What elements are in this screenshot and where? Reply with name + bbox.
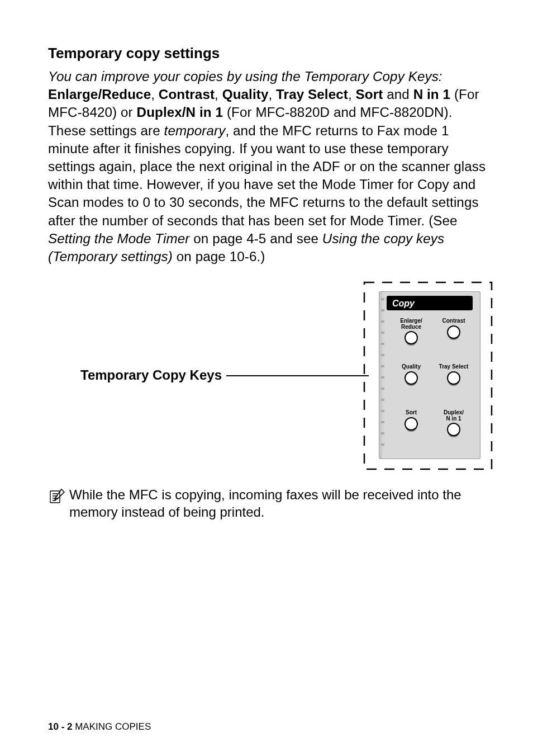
panel-title: Copy [387, 296, 473, 310]
key-label: Tray Select [439, 364, 469, 370]
key-cell-tray-select: Tray Select [439, 362, 469, 385]
text-and: and [383, 87, 413, 102]
key-button [404, 331, 418, 344]
note-text: While the MFC is copying, incoming faxes… [69, 486, 493, 521]
key-button [404, 417, 418, 431]
xref-mode-timer: Setting the Mode Timer [48, 231, 189, 246]
key-cell-contrast: Contrast [442, 316, 465, 339]
comma: , [151, 87, 159, 102]
section-heading: Temporary copy settings [48, 45, 493, 62]
diagram-label: Temporary Copy Keys [80, 367, 222, 383]
key-label: Enlarge/ Reduce [400, 318, 422, 330]
page-number: 10 - 2 [48, 721, 72, 732]
copy-panel-wrap: Copy Enlarge/ Reduce Contrast Quality [363, 281, 493, 470]
key-n-in-1: N in 1 [413, 87, 450, 102]
comma: , [215, 87, 222, 102]
key-grid: Enlarge/ Reduce Contrast Quality Tray Se… [390, 316, 475, 453]
note-icon [48, 487, 66, 505]
temporary-italic: temporary [164, 123, 226, 138]
note: While the MFC is copying, incoming faxes… [48, 486, 493, 521]
key-cell-enlarge-reduce: Enlarge/ Reduce [400, 316, 422, 344]
key-button [447, 325, 460, 339]
key-label: Duplex/ N in 1 [444, 410, 464, 422]
text-page2: on page 10-6.) [173, 249, 265, 264]
key-tray-select: Tray Select [276, 87, 348, 102]
key-cell-quality: Quality [402, 362, 421, 385]
copy-panel: Copy Enlarge/ Reduce Contrast Quality [379, 291, 480, 459]
comma: , [348, 87, 356, 102]
key-enlarge-reduce: Enlarge/Reduce [48, 87, 151, 102]
page-footer: 10 - 2 MAKING COPIES [48, 721, 151, 733]
key-quality: Quality [222, 87, 269, 102]
key-label: Sort [404, 410, 418, 416]
key-label: Contrast [442, 318, 465, 324]
key-sort: Sort [356, 87, 383, 102]
svg-rect-1 [50, 491, 60, 503]
panel-spine [381, 298, 384, 452]
key-contrast: Contrast [159, 87, 215, 102]
text-mid: , and the MFC returns to Fax mode 1 minu… [48, 123, 486, 228]
key-cell-sort: Sort [404, 408, 418, 431]
text-page1: on page 4-5 and see [189, 231, 322, 246]
key-button [404, 371, 418, 385]
section-name: MAKING COPIES [72, 721, 151, 732]
key-label: Quality [402, 364, 421, 370]
intro-italic: You can improve your copies by using the… [48, 69, 442, 84]
key-button [447, 423, 460, 436]
key-button [447, 371, 460, 385]
body-paragraph: You can improve your copies by using the… [48, 68, 493, 266]
key-duplex-n-in-1: Duplex/N in 1 [137, 105, 223, 120]
key-cell-duplex-n-in-1: Duplex/ N in 1 [444, 408, 464, 436]
leader-line [226, 375, 369, 376]
diagram: Temporary Copy Keys Copy Enlarge/ Reduce… [80, 281, 493, 477]
comma: , [268, 87, 276, 102]
